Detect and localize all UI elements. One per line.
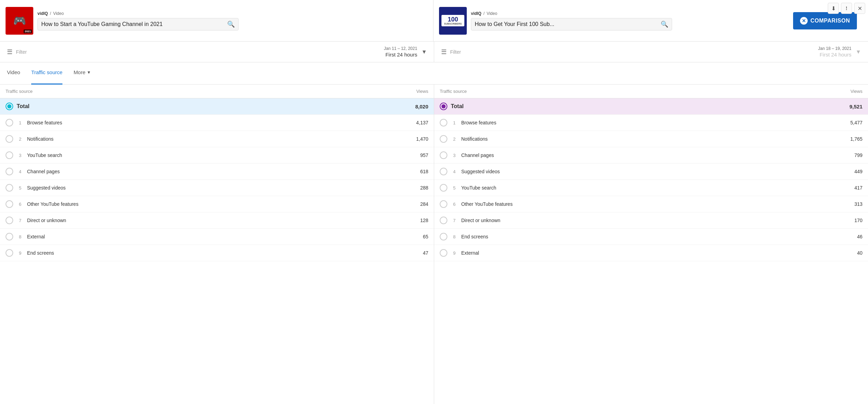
table-row[interactable]: 3YouTube search957 bbox=[0, 147, 434, 164]
source-label-7: Direct or unknown bbox=[27, 218, 66, 223]
close-btn[interactable]: ✕ bbox=[854, 3, 865, 14]
radio-3[interactable] bbox=[6, 151, 13, 159]
table-row[interactable]: 4Suggested videos449 bbox=[434, 164, 868, 180]
left-table-panel: Traffic source Views Total8,0201Browse f… bbox=[0, 85, 434, 404]
source-cell-8: 8End screens bbox=[434, 229, 771, 245]
table-row[interactable]: 2Notifications1,765 bbox=[434, 131, 868, 147]
views-cell-1: 4,137 bbox=[337, 115, 434, 131]
left-thumbnail: 2021 bbox=[6, 7, 33, 35]
right-separator: / bbox=[483, 11, 484, 16]
info-btn[interactable]: ! bbox=[841, 3, 852, 14]
table-row[interactable]: 4Channel pages618 bbox=[0, 164, 434, 180]
radio-7[interactable] bbox=[6, 217, 13, 224]
source-label-5: Suggested videos bbox=[27, 185, 66, 191]
radio-5[interactable] bbox=[440, 184, 447, 192]
source-cell-6: 6Other YouTube features bbox=[0, 196, 337, 212]
left-section: Video bbox=[53, 11, 63, 16]
top-bar: 2021 vidIQ / Video 🔍 100 bbox=[0, 0, 868, 42]
table-row[interactable]: 6Other YouTube features284 bbox=[0, 196, 434, 212]
radio-1[interactable] bbox=[440, 119, 447, 126]
radio-0[interactable] bbox=[6, 103, 13, 110]
right-title-input[interactable] bbox=[475, 21, 658, 27]
radio-2[interactable] bbox=[440, 135, 447, 143]
total-row[interactable]: Total9,521 bbox=[434, 98, 868, 115]
radio-7[interactable] bbox=[440, 217, 447, 224]
main-content: Traffic source Views Total8,0201Browse f… bbox=[0, 85, 868, 404]
source-cell-6: 6Other YouTube features bbox=[434, 196, 771, 212]
views-cell-3: 957 bbox=[337, 147, 434, 164]
download-btn[interactable]: ⬇ bbox=[828, 3, 839, 14]
source-cell-0: Total bbox=[434, 98, 771, 115]
views-cell-9: 47 bbox=[337, 245, 434, 261]
subs-number: 100 bbox=[448, 16, 458, 23]
radio-2[interactable] bbox=[6, 135, 13, 143]
row-number-1: 1 bbox=[451, 120, 458, 125]
radio-9[interactable] bbox=[440, 249, 447, 257]
radio-0[interactable] bbox=[440, 103, 447, 110]
right-filter-left-part: ☰ Filter bbox=[441, 48, 461, 56]
radio-6[interactable] bbox=[6, 200, 13, 208]
row-number-9: 9 bbox=[451, 251, 458, 256]
table-row[interactable]: 1Browse features5,477 bbox=[434, 115, 868, 131]
left-filter-label: Filter bbox=[16, 49, 27, 55]
source-label-1: Browse features bbox=[461, 120, 496, 125]
radio-4[interactable] bbox=[440, 168, 447, 175]
radio-1[interactable] bbox=[6, 119, 13, 126]
row-number-5: 5 bbox=[17, 185, 24, 191]
tab-video[interactable]: Video bbox=[7, 63, 20, 85]
radio-9[interactable] bbox=[6, 249, 13, 257]
table-row[interactable]: 5YouTube search417 bbox=[434, 180, 868, 196]
table-row[interactable]: 3Channel pages799 bbox=[434, 147, 868, 164]
left-title-input[interactable] bbox=[41, 21, 224, 27]
row-number-4: 4 bbox=[451, 169, 458, 174]
comparison-x-icon: ✕ bbox=[800, 17, 808, 25]
right-date-range[interactable]: Jan 18 – 19, 2021 First 24 hours ▼ bbox=[818, 46, 861, 58]
row-number-4: 4 bbox=[17, 169, 24, 174]
table-row[interactable]: 7Direct or unknown128 bbox=[0, 212, 434, 229]
views-cell-9: 40 bbox=[771, 245, 868, 261]
source-cell-1: 1Browse features bbox=[434, 115, 771, 131]
table-row[interactable]: 9External40 bbox=[434, 245, 868, 261]
table-row[interactable]: 8End screens46 bbox=[434, 229, 868, 245]
table-row[interactable]: 7Direct or unknown170 bbox=[434, 212, 868, 229]
radio-8[interactable] bbox=[6, 233, 13, 240]
table-row[interactable]: 8External65 bbox=[0, 229, 434, 245]
left-title-search[interactable]: 🔍 bbox=[37, 18, 239, 30]
right-search-icon[interactable]: 🔍 bbox=[661, 20, 668, 28]
tab-more[interactable]: More ▼ bbox=[74, 63, 91, 85]
radio-6[interactable] bbox=[440, 200, 447, 208]
right-title-search[interactable]: 🔍 bbox=[471, 18, 672, 30]
table-row[interactable]: 6Other YouTube features313 bbox=[434, 196, 868, 212]
row-number-2: 2 bbox=[451, 137, 458, 142]
views-cell-2: 1,765 bbox=[771, 131, 868, 147]
source-cell-2: 2Notifications bbox=[0, 131, 337, 147]
row-number-9: 9 bbox=[17, 251, 24, 256]
right-filter-icon: ☰ bbox=[441, 48, 447, 56]
table-row[interactable]: 5Suggested videos288 bbox=[0, 180, 434, 196]
left-date-info: Jan 11 – 12, 2021 First 24 hours bbox=[384, 46, 417, 58]
comparison-button[interactable]: ✕ COMPARISON bbox=[793, 12, 857, 29]
radio-3[interactable] bbox=[440, 151, 447, 159]
right-dropdown-arrow: ▼ bbox=[856, 49, 861, 55]
table-row[interactable]: 2Notifications1,470 bbox=[0, 131, 434, 147]
table-row[interactable]: 1Browse features4,137 bbox=[0, 115, 434, 131]
right-breadcrumb: vidIQ / Video bbox=[471, 11, 789, 16]
right-thumb-inner: 100 SUBSCRIBERS bbox=[441, 15, 465, 26]
source-label-6: Other YouTube features bbox=[27, 201, 78, 207]
tab-traffic-source[interactable]: Traffic source bbox=[31, 63, 62, 85]
table-row[interactable]: 9End screens47 bbox=[0, 245, 434, 261]
left-date-range[interactable]: Jan 11 – 12, 2021 First 24 hours ▼ bbox=[384, 46, 427, 58]
row-number-8: 8 bbox=[451, 234, 458, 239]
right-col-source: Traffic source bbox=[434, 85, 771, 98]
source-cell-9: 9External bbox=[434, 245, 771, 261]
radio-4[interactable] bbox=[6, 168, 13, 175]
left-search-icon[interactable]: 🔍 bbox=[227, 20, 235, 28]
source-label-3: YouTube search bbox=[27, 152, 62, 158]
source-label-2: Notifications bbox=[461, 136, 488, 142]
comparison-label: COMPARISON bbox=[810, 18, 850, 24]
source-cell-5: 5YouTube search bbox=[434, 180, 771, 196]
radio-5[interactable] bbox=[6, 184, 13, 192]
total-row[interactable]: Total8,020 bbox=[0, 98, 434, 115]
row-number-6: 6 bbox=[451, 202, 458, 207]
radio-8[interactable] bbox=[440, 233, 447, 240]
